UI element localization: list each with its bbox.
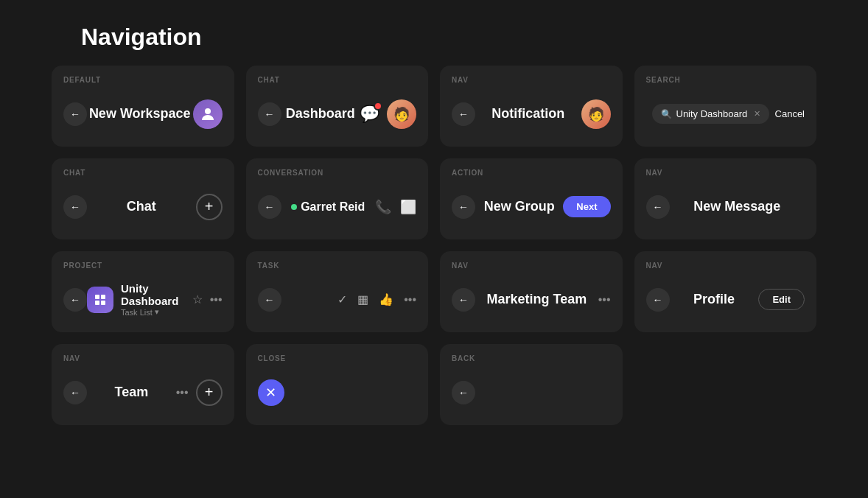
notification-title: Notification [475, 106, 581, 122]
thumbsup-icon[interactable]: 👍 [379, 292, 393, 306]
back-button-default[interactable]: ← [63, 102, 87, 126]
workspace-title: New Workspace [87, 106, 193, 122]
card-label-close: CLOSE [258, 354, 417, 362]
online-indicator [291, 204, 297, 210]
card-label-nav1: NAV [452, 76, 611, 84]
card-empty [634, 344, 817, 425]
card-close: CLOSE ✕ [246, 344, 429, 425]
back-button-team[interactable]: ← [63, 381, 87, 404]
card-content-nav2: ← New Message [646, 184, 805, 229]
project-name: Unity Dashboard [121, 282, 192, 307]
card-content-close: ✕ [258, 370, 417, 415]
dashboard-title: Dashboard [281, 106, 360, 122]
project-sub: Task List ▾ [121, 307, 192, 317]
card-content-project: ← Unity Dashboard Task List ▾ ☆ ••• [63, 277, 223, 322]
back-button-marketing[interactable]: ← [452, 288, 475, 312]
card-content-nav5: ← Team ••• + [63, 370, 223, 415]
card-chat: CHAT ← Chat + [52, 158, 234, 239]
back-button-standalone[interactable]: ← [452, 381, 475, 404]
card-nav-notification: NAV ← Notification 🧑 [440, 66, 623, 147]
back-button-message[interactable]: ← [646, 195, 670, 219]
card-label-search: SEARCH [646, 76, 805, 84]
back-button-chat[interactable]: ← [258, 102, 281, 126]
card-label-default: DEFAULT [63, 76, 223, 84]
card-back: BACK ← [440, 344, 623, 425]
card-content-nav1: ← Notification 🧑 [452, 91, 611, 136]
card-project: PROJECT ← Unity Dashboard Task List ▾ [52, 251, 234, 332]
more-options-icon[interactable]: ••• [210, 293, 223, 306]
new-message-title: New Message [670, 199, 805, 214]
card-content-default: ← New Workspace [63, 91, 223, 136]
card-action-group: ACTION ← New Group Next [440, 158, 623, 239]
marketing-team-title: Marketing Team [475, 292, 598, 307]
card-nav-marketing: NAV ← Marketing Team ••• [440, 251, 623, 332]
card-label-project: PROJECT [63, 262, 223, 270]
team-more-icon[interactable]: ••• [176, 386, 189, 399]
svg-rect-2 [101, 295, 105, 299]
search-clear-icon[interactable]: ✕ [754, 109, 760, 119]
search-icon: 🔍 [661, 109, 672, 119]
card-nav-profile: NAV ← Profile Edit [634, 251, 817, 332]
profile-title: Profile [670, 292, 759, 307]
search-value: Unity Dashboard [676, 108, 754, 119]
card-content-action: ← New Group Next [452, 184, 611, 229]
back-button-profile[interactable]: ← [646, 288, 670, 312]
back-button-chat2[interactable]: ← [63, 195, 87, 219]
close-x-button[interactable]: ✕ [258, 379, 284, 406]
add-team-button[interactable]: + [196, 379, 223, 406]
card-label-back: BACK [452, 354, 611, 362]
card-label-chat2: CHAT [63, 169, 223, 177]
back-button-project[interactable]: ← [63, 288, 87, 312]
card-content-chat2: ← Chat + [63, 184, 223, 229]
project-info: Unity Dashboard Task List ▾ [121, 282, 192, 317]
card-label-nav4: NAV [646, 262, 805, 270]
task-actions: ✓ ▦ 👍 ••• [337, 292, 416, 306]
svg-rect-4 [101, 301, 105, 305]
phone-icon[interactable]: 📞 [375, 199, 391, 215]
card-nav-message: NAV ← New Message [634, 158, 817, 239]
task-more-icon[interactable]: ••• [404, 293, 416, 306]
card-content-chat: ← Dashboard 💬 🧑 [258, 91, 417, 136]
project-actions: ☆ ••• [192, 292, 223, 306]
user-name-label: Garret Reid [301, 200, 365, 214]
back-button-notification[interactable]: ← [452, 102, 475, 126]
edit-button[interactable]: Edit [758, 289, 805, 310]
video-icon[interactable]: ⬜ [400, 199, 416, 215]
card-label-task: TASK [258, 262, 417, 270]
card-task: TASK ← ✓ ▦ 👍 ••• [246, 251, 429, 332]
search-bar[interactable]: 🔍 Unity Dashboard ✕ [652, 104, 769, 124]
card-chat-dashboard: CHAT ← Dashboard 💬 🧑 [246, 66, 429, 147]
card-search: SEARCH 🔍 Unity Dashboard ✕ Cancel [634, 66, 817, 147]
card-content-nav3: ← Marketing Team ••• [452, 277, 611, 322]
card-label-chat: CHAT [258, 76, 417, 84]
cancel-button[interactable]: Cancel [775, 108, 805, 119]
marketing-more-icon[interactable]: ••• [598, 293, 611, 306]
avatar-notification: 🧑 [581, 99, 611, 129]
svg-rect-1 [95, 295, 99, 299]
card-label-nav2: NAV [646, 169, 805, 177]
card-default: DEFAULT ← New Workspace [52, 66, 234, 147]
back-button-group[interactable]: ← [452, 195, 475, 219]
card-label-action: ACTION [452, 169, 611, 177]
card-content-conversation: ← Garret Reid 📞 ⬜ [258, 184, 417, 229]
page-title: Navigation [0, 0, 868, 66]
notification-badge [374, 102, 382, 111]
team-actions: ••• + [176, 379, 223, 406]
checkmark-icon[interactable]: ✓ [337, 292, 347, 306]
card-conversation: CONVERSATION ← Garret Reid 📞 ⬜ [246, 158, 429, 239]
card-nav-team: NAV ← Team ••• + [52, 344, 234, 425]
chat-badge-icon: 💬 [360, 105, 379, 124]
card-label-conversation: CONVERSATION [258, 169, 417, 177]
project-icon [87, 287, 113, 313]
back-button-conversation[interactable]: ← [258, 195, 281, 219]
list-icon[interactable]: ▦ [357, 292, 368, 306]
card-content-nav4: ← Profile Edit [646, 277, 805, 322]
card-label-nav5: NAV [63, 354, 223, 362]
add-chat-button[interactable]: + [196, 194, 223, 220]
star-icon[interactable]: ☆ [192, 292, 203, 306]
next-button[interactable]: Next [563, 196, 610, 217]
back-button-task[interactable]: ← [258, 288, 281, 312]
team-title: Team [87, 385, 176, 400]
avatar-dashboard: 🧑 [387, 99, 416, 129]
svg-point-0 [205, 108, 211, 114]
